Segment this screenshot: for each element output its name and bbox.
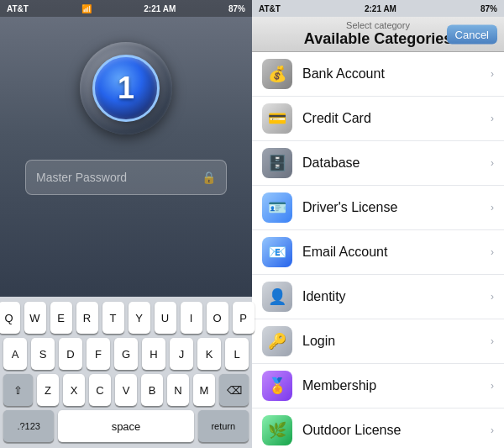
category-item-outdoor-license[interactable]: 🌿 Outdoor License › — [252, 408, 504, 448]
category-item-membership[interactable]: 🏅 Membership › — [252, 364, 504, 408]
category-item-database[interactable]: 🗄️ Database › — [252, 141, 504, 186]
category-item-identity[interactable]: 👤 Identity › — [252, 275, 504, 319]
key-p[interactable]: P — [233, 302, 255, 334]
chevron-icon: › — [491, 291, 494, 303]
identity-icon: 👤 — [262, 282, 292, 312]
email-account-icon: 📧 — [262, 237, 292, 267]
category-item-credit-card[interactable]: 💳 Credit Card › — [252, 97, 504, 141]
key-symbols[interactable]: .?123 — [3, 410, 54, 442]
chevron-icon: › — [491, 335, 494, 347]
key-x[interactable]: X — [63, 374, 85, 406]
key-l[interactable]: L — [225, 338, 249, 370]
chevron-icon: › — [491, 68, 494, 80]
key-m[interactable]: M — [193, 374, 215, 406]
time-left: 2:21 AM — [144, 4, 176, 13]
key-q[interactable]: Q — [0, 302, 20, 334]
identity-label: Identity — [302, 289, 346, 304]
keyboard-row-2: A S D F G H J K L — [3, 338, 249, 370]
cancel-button[interactable]: Cancel — [447, 24, 497, 44]
keyboard[interactable]: Q W E R T Y U I O P A S D F G H J K L ⇧ … — [0, 297, 252, 448]
email-account-label: Email Account — [302, 245, 387, 260]
database-label: Database — [302, 155, 360, 171]
category-list: 💰 Bank Account › 💳 Credit Card › 🗄️ Data… — [252, 52, 504, 448]
status-bar-right: AT&T 2:21 AM 87% — [252, 0, 504, 17]
key-u[interactable]: U — [155, 302, 176, 334]
logo-area: 1 — [80, 42, 172, 134]
membership-label: Membership — [302, 378, 376, 393]
key-t[interactable]: T — [102, 302, 124, 334]
credit-card-icon: 💳 — [262, 103, 292, 134]
outdoor-license-label: Outdoor License — [302, 423, 401, 438]
carrier-left: AT&T — [7, 4, 29, 13]
time-right: 2:21 AM — [365, 4, 396, 13]
chevron-icon: › — [491, 380, 494, 392]
key-c[interactable]: C — [89, 374, 111, 406]
logo-key-icon: 1 — [118, 71, 134, 106]
chevron-icon: › — [491, 202, 494, 213]
key-v[interactable]: V — [115, 374, 137, 406]
key-delete[interactable]: ⌫ — [219, 374, 249, 406]
key-o[interactable]: O — [207, 302, 228, 334]
chevron-icon: › — [491, 246, 494, 258]
key-j[interactable]: J — [170, 338, 193, 370]
status-icons-left: 📶 — [81, 4, 92, 13]
key-return[interactable]: return — [198, 410, 249, 442]
chevron-icon: › — [491, 113, 494, 124]
key-a[interactable]: A — [3, 338, 27, 370]
lock-icon: 🔒 — [202, 171, 216, 184]
drivers-license-icon: 🪪 — [262, 192, 292, 223]
key-b[interactable]: B — [141, 374, 163, 406]
bank-account-icon: 💰 — [262, 59, 292, 89]
key-s[interactable]: S — [31, 338, 55, 370]
master-password-input[interactable]: Master Password 🔒 — [25, 160, 227, 195]
drivers-license-label: Driver's License — [302, 200, 397, 215]
login-label: Login — [302, 334, 335, 349]
bank-account-label: Bank Account — [302, 66, 385, 82]
password-placeholder: Master Password — [36, 171, 127, 184]
key-shift[interactable]: ⇧ — [3, 374, 33, 406]
wifi-icon: 📶 — [81, 4, 92, 13]
key-k[interactable]: K — [197, 338, 221, 370]
battery-right: 87% — [480, 4, 497, 13]
key-w[interactable]: W — [24, 302, 46, 334]
login-icon: 🔑 — [262, 326, 292, 356]
status-bar-left: AT&T 📶 2:21 AM 87% — [0, 0, 252, 17]
key-r[interactable]: R — [76, 302, 98, 334]
logo-outer: 1 — [80, 42, 172, 134]
logo-inner: 1 — [92, 55, 160, 122]
carrier-right: AT&T — [259, 4, 281, 13]
left-panel: AT&T 📶 2:21 AM 87% 1 Master Password 🔒 Q… — [0, 0, 252, 448]
nav-bar: Select category Available Categories Can… — [252, 17, 504, 52]
category-item-bank-account[interactable]: 💰 Bank Account › — [252, 52, 504, 97]
outdoor-license-icon: 🌿 — [262, 415, 292, 445]
key-i[interactable]: I — [181, 302, 202, 334]
category-item-drivers-license[interactable]: 🪪 Driver's License › — [252, 186, 504, 230]
key-n[interactable]: N — [167, 374, 189, 406]
category-item-login[interactable]: 🔑 Login › — [252, 319, 504, 364]
key-f[interactable]: F — [87, 338, 110, 370]
category-item-email-account[interactable]: 📧 Email Account › — [252, 230, 504, 275]
key-e[interactable]: E — [50, 302, 72, 334]
key-space[interactable]: space — [58, 410, 193, 442]
key-d[interactable]: D — [59, 338, 82, 370]
right-panel: AT&T 2:21 AM 87% Select category Availab… — [252, 0, 504, 448]
membership-icon: 🏅 — [262, 371, 292, 401]
chevron-icon: › — [491, 424, 494, 436]
key-z[interactable]: Z — [37, 374, 59, 406]
chevron-icon: › — [491, 157, 494, 169]
key-h[interactable]: H — [142, 338, 165, 370]
keyboard-row-3: ⇧ Z X C V B N M ⌫ — [3, 374, 249, 406]
key-g[interactable]: G — [114, 338, 138, 370]
database-icon: 🗄️ — [262, 148, 292, 178]
keyboard-bottom-row: .?123 space return — [3, 410, 249, 442]
password-area[interactable]: Master Password 🔒 — [25, 160, 227, 195]
keyboard-row-1: Q W E R T Y U I O P — [3, 302, 249, 334]
battery-left: 87% — [228, 4, 245, 13]
credit-card-label: Credit Card — [302, 111, 371, 126]
key-y[interactable]: Y — [129, 302, 150, 334]
